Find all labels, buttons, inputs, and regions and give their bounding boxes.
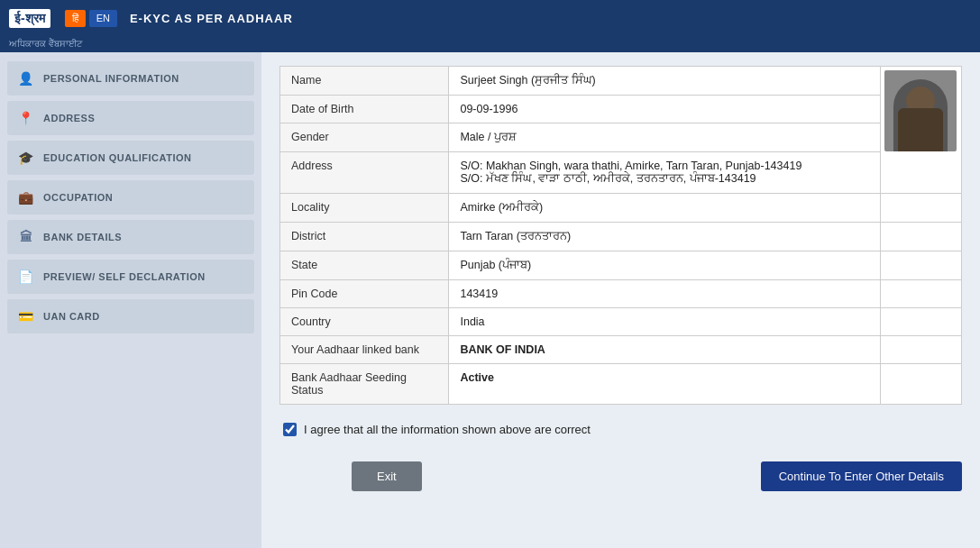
field-value-address: S/O: Makhan Singh, wara thathi, Amirke, … xyxy=(449,152,881,194)
field-label-seeding: Bank Aadhaar Seeding Status xyxy=(280,364,449,405)
person-icon: 👤 xyxy=(18,70,34,87)
sidebar-item-bank[interactable]: 🏛 BANK DETAILS xyxy=(7,220,254,254)
field-label-pincode: Pin Code xyxy=(280,280,449,308)
document-icon: 📄 xyxy=(18,269,34,285)
table-row: State Punjab (ਪੰਜਾਬ) xyxy=(280,251,962,280)
field-value-pincode: 143419 xyxy=(449,280,881,308)
sidebar-item-personal-info[interactable]: 👤 PERSONAL INFORMATION xyxy=(7,61,254,96)
subheader-bar: ਅਧਿਕਾਰਕ ਵੈੱਬਸਾਈਟ xyxy=(0,36,980,52)
bank-icon: 🏛 xyxy=(18,229,34,245)
field-value-district: Tarn Taran (ਤਰਨਤਾਰਨ) xyxy=(449,223,881,251)
photo-cell xyxy=(881,67,962,194)
field-value-gender: Male / ਪੁਰਸ਼ xyxy=(449,123,881,152)
agree-label: I agree that all the information shown a… xyxy=(304,423,591,436)
field-value-country: India xyxy=(449,308,881,336)
field-value-locality: Amirke (ਅਮੀਰਕੇ) xyxy=(449,194,881,223)
bottom-buttons: Exit Continue To Enter Other Details xyxy=(279,456,962,500)
field-label-dob: Date of Birth xyxy=(280,96,449,123)
person-body xyxy=(898,108,943,151)
table-row: Date of Birth 09-09-1996 xyxy=(280,96,962,123)
field-label-locality: Locality xyxy=(280,194,449,223)
field-value-state: Punjab (ਪੰਜਾਬ) xyxy=(449,251,881,280)
continue-button[interactable]: Continue To Enter Other Details xyxy=(761,461,962,491)
content-area: Name Surjeet Singh (ਸੁਰਜੀਤ ਸਿੰਘ) Date of xyxy=(261,52,980,548)
map-icon: 📍 xyxy=(18,110,34,126)
table-row: Locality Amirke (ਅਮੀਰਕੇ) xyxy=(280,194,962,223)
sidebar-item-address[interactable]: 📍 ADDRESS xyxy=(7,101,254,135)
logo-area: ई-श्रम xyxy=(9,9,50,28)
table-row: Your Aadhaar linked bank BANK OF INDIA xyxy=(280,336,962,364)
graduation-icon: 🎓 xyxy=(18,150,34,166)
sidebar-item-uan-card[interactable]: 💳 UAN CARD xyxy=(7,299,254,333)
briefcase-icon: 💼 xyxy=(18,189,34,206)
nav-buttons: हिं EN xyxy=(65,10,117,27)
page-title: E-KYC AS PER AADHAAR xyxy=(130,12,293,25)
hindi-btn[interactable]: हिं xyxy=(65,10,86,27)
agree-checkbox-area: I agree that all the information shown a… xyxy=(279,417,962,442)
field-value-bank: BANK OF INDIA xyxy=(449,336,881,364)
top-header: ई-श्रम हिं EN E-KYC AS PER AADHAAR xyxy=(0,0,980,36)
person-photo xyxy=(884,70,957,151)
field-value-name: Surjeet Singh (ਸੁਰਜੀਤ ਸਿੰਘ) xyxy=(449,67,881,96)
field-value-seeding: Active xyxy=(449,364,881,405)
field-label-country: Country xyxy=(280,308,449,336)
table-row: Name Surjeet Singh (ਸੁਰਜੀਤ ਸਿੰਘ) xyxy=(280,67,962,96)
sidebar-item-education[interactable]: 🎓 EDUCATION QUALIFICATION xyxy=(7,141,254,175)
table-row: Pin Code 143419 xyxy=(280,280,962,308)
sidebar: 👤 PERSONAL INFORMATION 📍 ADDRESS 🎓 EDUCA… xyxy=(0,52,261,548)
agree-checkbox[interactable] xyxy=(283,423,297,436)
card-icon: 💳 xyxy=(18,308,34,324)
sidebar-item-occupation[interactable]: 💼 OCCUPATION xyxy=(7,180,254,215)
kyc-table: Name Surjeet Singh (ਸੁਰਜੀਤ ਸਿੰਘ) Date of xyxy=(279,66,962,405)
field-label-gender: Gender xyxy=(280,123,449,152)
english-btn[interactable]: EN xyxy=(89,10,117,27)
table-row: District Tarn Taran (ਤਰਨਤਾਰਨ) xyxy=(280,223,962,251)
field-label-state: State xyxy=(280,251,449,280)
field-value-dob: 09-09-1996 xyxy=(449,96,881,123)
exit-button[interactable]: Exit xyxy=(352,461,422,491)
table-row: Bank Aadhaar Seeding Status Active xyxy=(280,364,962,405)
table-row: Gender Male / ਪੁਰਸ਼ xyxy=(280,123,962,152)
field-label-name: Name xyxy=(280,67,449,96)
field-label-district: District xyxy=(280,223,449,251)
silhouette xyxy=(893,79,948,151)
table-row: Country India xyxy=(280,308,962,336)
main-layout: 👤 PERSONAL INFORMATION 📍 ADDRESS 🎓 EDUCA… xyxy=(0,52,980,548)
logo-text: ई-श्रम xyxy=(9,9,50,28)
sidebar-item-preview[interactable]: 📄 PREVIEW/ SELF DECLARATION xyxy=(7,260,254,294)
field-label-address: Address xyxy=(280,152,449,194)
table-row: Address S/O: Makhan Singh, wara thathi, … xyxy=(280,152,962,194)
field-label-bank: Your Aadhaar linked bank xyxy=(280,336,449,364)
